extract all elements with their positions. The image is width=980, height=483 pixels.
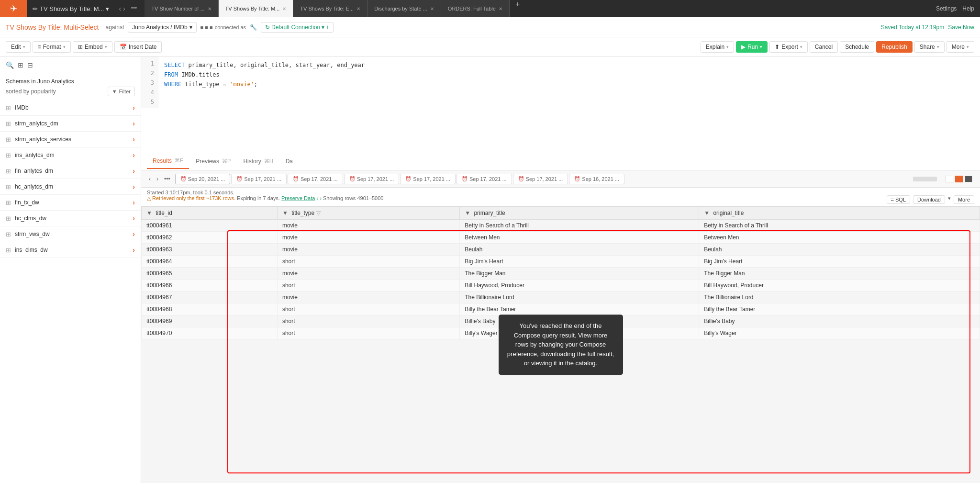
more-button[interactable]: More ▾ — [947, 41, 974, 53]
tab-close-icon[interactable]: ✕ — [282, 6, 286, 11]
history-tab-3[interactable]: ⏰ Sep 17, 2021 ... — [344, 174, 400, 184]
connection-button[interactable]: ↻ Default Connection ▾ + — [261, 22, 334, 33]
sql-btn[interactable]: = SQL — [887, 195, 911, 204]
tab-tv-shows-e[interactable]: TV Shows By Title: E... ✕ — [293, 0, 368, 17]
view-toggle-list[interactable] — [946, 176, 953, 182]
tab-data[interactable]: Da — [280, 154, 299, 168]
sql-code[interactable]: SELECT primary_title, original_title, st… — [158, 56, 980, 112]
chevron-down-icon: ▾ — [63, 45, 66, 49]
settings-link[interactable]: Settings — [936, 5, 957, 12]
tab-history[interactable]: History ⌘H — [237, 154, 278, 168]
grid-icon[interactable]: ⊞ — [18, 61, 23, 69]
nav-forward[interactable]: › — [123, 5, 125, 12]
more-btn[interactable]: More — [954, 195, 974, 204]
insert-date-button[interactable]: 📅 Insert Date — [114, 41, 162, 53]
save-now-button[interactable]: Save Now — [948, 24, 974, 31]
table-icon[interactable]: ⊟ — [27, 61, 33, 69]
explain-button[interactable]: Explain ▾ — [701, 41, 734, 53]
tab-orders[interactable]: ORDERS: Full Table ✕ — [441, 0, 510, 17]
table-row[interactable]: tt0004963 movie Beulah Beulah — [142, 244, 980, 256]
schema-item-fin2[interactable]: ⊞ fin_tx_dw › — [0, 195, 141, 211]
history-next[interactable]: › — [155, 175, 160, 183]
export-button[interactable]: ⬆ Export ▾ — [769, 41, 808, 53]
embed-button[interactable]: ⊞ Embed ▾ — [73, 41, 112, 53]
download-btn[interactable]: Download — [913, 195, 945, 204]
history-tab-1[interactable]: ⏰ Sep 17, 2021 ... — [231, 174, 287, 184]
logo-area[interactable]: ✈ — [0, 0, 27, 17]
schema-item-strm3[interactable]: ⊞ strm_vws_dw › — [0, 226, 141, 242]
col-header-original-title[interactable]: ▼ original_title — [699, 207, 980, 220]
add-tab-button[interactable]: + — [510, 0, 525, 17]
table-row[interactable]: tt0004970 short Billy's Wager Billy's Wa… — [142, 327, 980, 339]
tab-discharges[interactable]: Discharges by State ... ✕ — [368, 0, 441, 17]
schema-item-imdb[interactable]: ⊞ IMDb › — [0, 100, 141, 116]
data-table-container[interactable]: ▼ title_id ▼ title_type ▽ ▼ primary_titl… — [141, 206, 980, 483]
tab-results[interactable]: Results ⌘E — [147, 154, 189, 169]
schema-item-strm1[interactable]: ⊞ strm_anlytcs_dm › — [0, 116, 141, 132]
schema-item-hc1[interactable]: ⊞ hc_anlytcs_dm › — [0, 179, 141, 195]
republish-button[interactable]: Republish — [876, 41, 912, 53]
table-row[interactable]: tt0004967 movie The Billionaire Lord The… — [142, 292, 980, 303]
tab-close-icon[interactable]: ✕ — [499, 6, 502, 11]
col-header-title-type[interactable]: ▼ title_type ▽ — [277, 207, 459, 220]
history-more[interactable]: ••• — [162, 175, 172, 183]
history-tab-2[interactable]: ⏰ Sep 17, 2021 ... — [288, 174, 343, 184]
grid-icon: ⊞ — [6, 152, 11, 159]
share-button[interactable]: Share ▾ — [914, 41, 945, 53]
tab-close-icon[interactable]: ✕ — [356, 6, 360, 11]
tab-tv-shows-multi[interactable]: TV Shows By Title: M... ✕ — [219, 0, 294, 17]
history-prev[interactable]: ‹ — [147, 175, 153, 183]
view-toggle-grid[interactable] — [955, 176, 963, 182]
cancel-button[interactable]: Cancel — [810, 41, 838, 53]
help-link[interactable]: Help — [962, 5, 974, 12]
schema-item-hc2[interactable]: ⊞ hc_clms_dw › — [0, 211, 141, 226]
col-header-primary-title[interactable]: ▼ primary_title — [460, 207, 699, 220]
history-tab-7[interactable]: ⏰ Sep 16, 2021 ... — [569, 174, 624, 184]
run-button[interactable]: ▶ Run ▾ — [736, 41, 768, 53]
db-selector[interactable]: Juno Analytics / IMDb ▾ — [128, 22, 196, 33]
table-row[interactable]: tt0004969 short Billie's Baby Billie's B… — [142, 315, 980, 327]
history-tab-5[interactable]: ⏰ Sep 17, 2021 ... — [457, 174, 512, 184]
table-row[interactable]: tt0004964 short Big Jim's Heart Big Jim'… — [142, 256, 980, 268]
nav-more[interactable]: ••• — [127, 5, 141, 12]
connection-dots: ■ ■ ■ — [200, 24, 213, 30]
history-tab-4[interactable]: ⏰ Sep 17, 2021 ... — [400, 174, 456, 184]
filter-icon: ▼ — [112, 89, 117, 94]
tab-close-icon[interactable]: ✕ — [208, 6, 212, 11]
sort-label: sorted by popularity ▼ Filter — [0, 87, 141, 100]
nav-next-icon[interactable]: › — [320, 195, 323, 201]
schema-item-ins2[interactable]: ⊞ ins_clms_dw › — [0, 242, 141, 258]
table-row[interactable]: tt0004968 short Billy the Bear Tamer Bil… — [142, 303, 980, 315]
history-tab-0[interactable]: ⏰ Sep 20, 2021 ... — [175, 174, 231, 184]
filter-button[interactable]: ▼ Filter — [108, 87, 135, 96]
table-row[interactable]: tt0004966 short Bill Haywood, Producer B… — [142, 280, 980, 292]
preserve-data-link[interactable]: Preserve Data — [281, 195, 315, 201]
tab-tv-show-number[interactable]: TV Show Number of ... ✕ — [145, 0, 218, 17]
table-row[interactable]: tt0004961 movie Betty in Search of a Thr… — [142, 220, 980, 232]
expand-icon: › — [133, 246, 135, 254]
nav-back[interactable]: ‹ — [119, 5, 121, 12]
edit-button[interactable]: Edit ▾ — [6, 41, 31, 53]
table-row[interactable]: tt0004965 movie The Bigger Man The Bigge… — [142, 268, 980, 280]
sort-icon: ▼ — [704, 210, 710, 216]
history-tab-6[interactable]: ⏰ Sep 17, 2021 ... — [513, 174, 568, 184]
format-button[interactable]: ≡ Format ▾ — [33, 41, 71, 53]
sort-icon: ▼ — [146, 210, 152, 216]
logo-icon: ✈ — [10, 3, 17, 14]
table-row[interactable]: tt0004962 movie Between Men Between Men — [142, 232, 980, 244]
view-toggle-dark[interactable] — [965, 176, 972, 182]
chevron-down-icon[interactable]: ▾ — [948, 195, 951, 204]
schema-item-ins[interactable]: ⊞ ins_anlytcs_dm › — [0, 147, 141, 163]
clock-icon: ⏰ — [405, 176, 411, 181]
schedule-button[interactable]: Schedule — [840, 41, 874, 53]
schema-item-fin1[interactable]: ⊞ fin_anlytcs_dm › — [0, 163, 141, 179]
tab-close-icon[interactable]: ✕ — [430, 6, 434, 11]
col-header-title-id[interactable]: ▼ title_id — [142, 207, 278, 220]
sql-editor[interactable]: 1 2 3 4 5 SELECT primary_title, original… — [141, 56, 980, 152]
compose-button[interactable]: ✏ TV Shows By Title: M... ▾ — [27, 5, 115, 12]
search-icon[interactable]: 🔍 — [6, 61, 14, 69]
scrollbar-thumb[interactable] — [913, 177, 937, 181]
schema-item-strm2[interactable]: ⊞ strm_anlytcs_services › — [0, 132, 141, 147]
tab-previews[interactable]: Previews ⌘P — [190, 154, 236, 168]
result-actions: = SQL Download ▾ More — [887, 195, 974, 204]
